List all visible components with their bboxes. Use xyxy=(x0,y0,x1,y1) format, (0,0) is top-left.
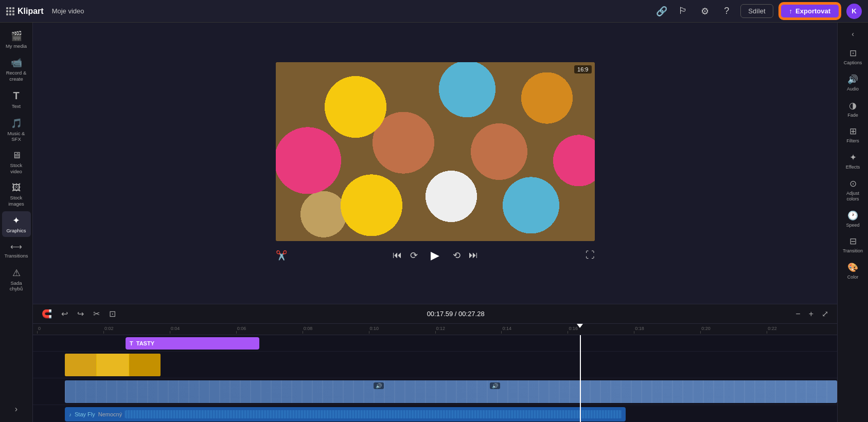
vid-thumb-3 xyxy=(129,354,161,376)
right-sidebar: ‹ ⊡ Captions 🔊 Audio ◑ Fade ⊞ Filters ✦ … xyxy=(837,23,868,422)
captions-label: Captions xyxy=(844,60,862,66)
filters-icon: ⊞ xyxy=(849,126,857,137)
sidebar-item-my-media[interactable]: 🎬 My media xyxy=(2,27,31,52)
audio-icon: 🔊 xyxy=(847,74,858,85)
top-bar-right: 🔗 🏳 ⚙ ? Sdílet ↑ Exportovat K xyxy=(654,3,862,19)
main-video-clip[interactable]: 🔊 🔊 xyxy=(65,380,837,403)
app-logo: Klipart xyxy=(6,7,44,16)
adjust-colors-icon: ⊙ xyxy=(849,178,857,189)
sidebar-item-stock-video[interactable]: 🖥 Stock video xyxy=(2,146,31,178)
video-preview-area: 16:9 ✂️ ⏮ ⟳ ▶ ⟲ ⏭ ⛶ xyxy=(33,23,837,304)
top-bar: Klipart Moje video 🔗 🏳 ⚙ ? Sdílet ↑ Expo… xyxy=(0,0,868,23)
export-label: Exportovat xyxy=(795,7,830,15)
audio-label: Audio xyxy=(847,86,859,92)
crop-tool-btn[interactable]: ✂️ xyxy=(276,250,287,261)
right-tool-effects[interactable]: ✦ Effects xyxy=(840,149,866,174)
donut-background xyxy=(276,62,595,241)
sidebar-item-record-create[interactable]: 📹 Record & create xyxy=(2,53,31,85)
grid-icon xyxy=(6,7,14,15)
sidebar-label-transitions: Transitions xyxy=(4,253,28,259)
video-clip-row xyxy=(33,352,837,378)
zoom-in-btn[interactable]: + xyxy=(806,307,816,320)
export-icon: ↑ xyxy=(789,7,793,15)
magnet-tool-btn[interactable]: 🧲 xyxy=(39,307,55,320)
rewind-btn[interactable]: ⟳ xyxy=(410,250,418,261)
video-clip[interactable] xyxy=(65,354,161,376)
right-tool-color[interactable]: 🎨 Color xyxy=(840,259,866,284)
sidebar-item-text[interactable]: T Text xyxy=(2,86,31,113)
sidebar-item-safe-errors[interactable]: ⚠ Sada chybů xyxy=(2,264,31,296)
music-sfx-icon: 🎵 xyxy=(11,118,22,129)
sidebar-label-stock-video: Stock video xyxy=(4,162,29,174)
undo-btn[interactable]: ↩ xyxy=(59,307,70,320)
sidebar-label-text: Text xyxy=(12,103,21,109)
app-name: Klipart xyxy=(17,7,44,16)
cut-btn[interactable]: ✂ xyxy=(91,307,102,320)
help-icon-btn[interactable]: ? xyxy=(719,4,734,19)
audio-track-row: ♪ Stay Fly Nemocný xyxy=(33,405,837,422)
play-pause-btn[interactable]: ▶ xyxy=(426,246,445,265)
playhead-triangle xyxy=(577,324,583,328)
audio-waveform xyxy=(125,410,622,418)
transition-label: Transition xyxy=(843,248,863,254)
text-clip[interactable]: T TASTY xyxy=(126,337,259,350)
color-label: Color xyxy=(847,274,859,280)
right-tool-fade[interactable]: ◑ Fade xyxy=(840,97,866,122)
right-tool-captions[interactable]: ⊡ Captions xyxy=(840,44,866,69)
redo-btn[interactable]: ↪ xyxy=(75,307,86,320)
right-tool-speed[interactable]: 🕐 Speed xyxy=(840,207,866,232)
audio-clip[interactable]: ♪ Stay Fly Nemocný xyxy=(65,407,626,421)
effects-label: Effects xyxy=(846,164,860,170)
split-btn[interactable]: ⊡ xyxy=(107,307,118,320)
avatar-button[interactable]: K xyxy=(846,4,862,19)
audio-label-stay-fly: Stay Fly xyxy=(75,411,95,417)
settings-icon-btn[interactable]: ⚙ xyxy=(697,4,713,19)
share-link-icon-btn[interactable]: 🔗 xyxy=(654,4,669,19)
ruler-mark-1: 0:02 xyxy=(103,326,170,334)
timeline-toolbar: 🧲 ↩ ↪ ✂ ⊡ 00:17.59 / 00:27.28 − + ⤢ xyxy=(33,304,837,324)
right-panel-collapse-btn[interactable]: ‹ xyxy=(848,27,857,41)
sidebar-label-stock-images: Stock images xyxy=(4,195,29,207)
sidebar-label-graphics: Graphics xyxy=(6,228,26,233)
ruler-mark-3: 0:06 xyxy=(236,326,303,334)
share-button[interactable]: Sdílet xyxy=(740,4,773,18)
timeline-area: 🧲 ↩ ↪ ✂ ⊡ 00:17.59 / 00:27.28 − + ⤢ 0 0:… xyxy=(33,304,837,422)
playback-controls: ⏮ ⟳ ▶ ⟲ ⏭ xyxy=(393,246,478,265)
main-layout: 🎬 My media 📹 Record & create T Text 🎵 Mu… xyxy=(0,23,868,422)
fullscreen-btn[interactable]: ⛶ xyxy=(586,250,595,261)
ruler-mark-7: 0:14 xyxy=(501,326,568,334)
ruler-mark-5: 0:10 xyxy=(369,326,435,334)
effects-icon: ✦ xyxy=(849,152,857,163)
sidebar-item-transitions[interactable]: ⟷ Transitions xyxy=(2,238,31,262)
sidebar-item-graphics[interactable]: ✦ Graphics xyxy=(2,211,31,237)
flag-icon-btn[interactable]: 🏳 xyxy=(676,4,691,19)
right-tool-transition[interactable]: ⊟ Transition xyxy=(840,232,866,258)
skip-forward-btn[interactable]: ⏭ xyxy=(469,250,478,261)
video-controls: ✂️ ⏮ ⟳ ▶ ⟲ ⏭ ⛶ xyxy=(276,246,595,265)
main-video-row: 🔊 🔊 xyxy=(33,378,837,405)
graphics-icon: ✦ xyxy=(12,215,20,226)
forward-btn[interactable]: ⟲ xyxy=(453,250,460,261)
project-name: Moje video xyxy=(52,7,84,15)
main-video-film: 🔊 🔊 xyxy=(65,380,837,403)
timeline-ruler: 0 0:02 0:04 0:06 0:08 0:10 0:12 0:14 0:1… xyxy=(33,324,837,335)
stock-images-icon: 🖼 xyxy=(12,182,21,193)
sidebar-collapse-btn[interactable]: › xyxy=(11,400,22,418)
sidebar-item-stock-images[interactable]: 🖼 Stock images xyxy=(2,179,31,210)
volume-icon-1: 🔊 xyxy=(374,382,384,389)
ruler-mark-10: 0:20 xyxy=(700,326,767,334)
skip-back-btn[interactable]: ⏮ xyxy=(393,250,402,261)
zoom-out-btn[interactable]: − xyxy=(793,307,803,320)
fit-timeline-btn[interactable]: ⤢ xyxy=(819,307,831,320)
transition-icon: ⊟ xyxy=(849,236,857,247)
right-tool-audio[interactable]: 🔊 Audio xyxy=(840,70,866,96)
sidebar-item-music-sfx[interactable]: 🎵 Music & SFX xyxy=(2,114,31,146)
right-tool-filters[interactable]: ⊞ Filters xyxy=(840,122,866,148)
captions-icon: ⊡ xyxy=(849,48,857,59)
right-tool-adjust-colors[interactable]: ⊙ Adjust colors xyxy=(840,175,866,206)
left-sidebar: 🎬 My media 📹 Record & create T Text 🎵 Mu… xyxy=(0,23,33,422)
ruler-marks-container: 0 0:02 0:04 0:06 0:08 0:10 0:12 0:14 0:1… xyxy=(33,326,837,334)
timeline-tracks: T TASTY xyxy=(33,335,837,422)
safe-errors-icon: ⚠ xyxy=(12,267,21,279)
export-button[interactable]: ↑ Exportovat xyxy=(780,3,840,19)
